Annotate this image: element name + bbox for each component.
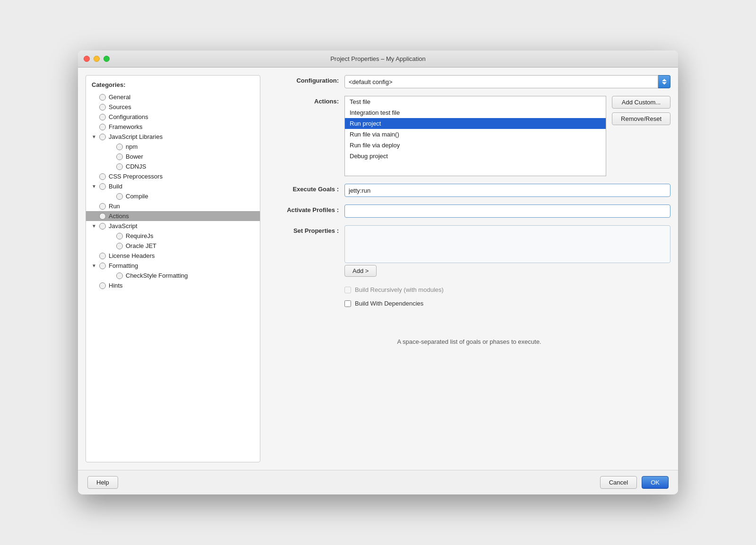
actions-list[interactable]: Test file Integration test file Run proj… bbox=[344, 96, 606, 176]
sidebar-item-configurations[interactable]: Configurations bbox=[86, 112, 260, 122]
set-properties-control: Add > bbox=[344, 225, 670, 277]
sidebar-item-frameworks[interactable]: Frameworks bbox=[86, 122, 260, 132]
sidebar-item-compile[interactable]: Compile bbox=[86, 191, 260, 201]
sidebar-item-build[interactable]: ▼ Build bbox=[86, 181, 260, 191]
configuration-spinner[interactable] bbox=[658, 75, 670, 88]
action-item-run-project[interactable]: Run project bbox=[345, 118, 606, 129]
arrow-javascript: ▼ bbox=[92, 223, 99, 229]
cancel-button[interactable]: Cancel bbox=[600, 476, 637, 489]
execute-goals-row: Execute Goals : bbox=[268, 184, 670, 197]
arrow-hints bbox=[92, 283, 99, 288]
sidebar-item-label-checkstyle: CheckStyle Formatting bbox=[126, 272, 188, 279]
set-properties-row: Set Properties : Add > bbox=[268, 225, 670, 277]
activate-profiles-control bbox=[344, 204, 670, 218]
arrow-js-libs: ▼ bbox=[92, 134, 99, 139]
action-item-run-file-via-deploy[interactable]: Run file via deploy bbox=[345, 140, 606, 151]
add-custom-button[interactable]: Add Custom... bbox=[612, 96, 670, 109]
close-button[interactable] bbox=[84, 56, 90, 62]
window-title: Project Properties – My Application bbox=[330, 55, 426, 62]
bullet-license bbox=[99, 253, 106, 259]
bullet-compile bbox=[116, 193, 123, 200]
main-content: Categories: General Sources Configuratio… bbox=[78, 68, 678, 470]
arrow-requirejs bbox=[109, 233, 116, 238]
bullet-oracle-jet bbox=[116, 243, 123, 249]
sidebar-item-checkstyle[interactable]: CheckStyle Formatting bbox=[86, 271, 260, 281]
sidebar-item-label-license: License Headers bbox=[109, 252, 155, 259]
sidebar-item-css-preprocessors[interactable]: CSS Preprocessors bbox=[86, 171, 260, 181]
sidebar-item-javascript-libraries[interactable]: ▼ JavaScript Libraries bbox=[86, 132, 260, 142]
execute-goals-input[interactable] bbox=[344, 184, 670, 197]
ok-button[interactable]: OK bbox=[642, 476, 669, 489]
build-with-dependencies-row: Build With Dependencies bbox=[344, 300, 670, 307]
bullet-build bbox=[99, 183, 106, 190]
sidebar-item-label-requirejs: RequireJs bbox=[126, 232, 154, 239]
configuration-row: Configuration: <default config> bbox=[268, 75, 670, 88]
arrow-oracle-jet bbox=[109, 243, 116, 248]
bullet-checkstyle bbox=[116, 272, 123, 279]
action-item-integration-test-file[interactable]: Integration test file bbox=[345, 107, 606, 118]
action-item-debug-project[interactable]: Debug project bbox=[345, 151, 606, 162]
right-panel: Configuration: <default config> Actions: bbox=[268, 75, 670, 462]
activate-profiles-input[interactable] bbox=[344, 204, 670, 218]
configuration-select[interactable]: <default config> bbox=[344, 75, 658, 88]
arrow-sources bbox=[92, 104, 99, 110]
bullet-css bbox=[99, 173, 106, 180]
sidebar-item-npm[interactable]: npm bbox=[86, 142, 260, 152]
sidebar-item-label-compile: Compile bbox=[126, 193, 148, 200]
arrow-configurations bbox=[92, 114, 99, 119]
sidebar-item-license-headers[interactable]: License Headers bbox=[86, 251, 260, 261]
bullet-hints bbox=[99, 282, 106, 289]
add-button[interactable]: Add > bbox=[344, 265, 377, 277]
bullet-actions bbox=[99, 213, 106, 220]
build-with-dependencies-checkbox[interactable] bbox=[344, 300, 351, 307]
set-properties-label: Set Properties : bbox=[268, 225, 339, 234]
build-recursively-checkbox[interactable] bbox=[344, 287, 351, 293]
build-recursively-row: Build Recursively (with modules) bbox=[344, 286, 670, 293]
sidebar-item-sources[interactable]: Sources bbox=[86, 102, 260, 112]
maximize-button[interactable] bbox=[103, 56, 110, 62]
sidebar-item-oracle-jet[interactable]: Oracle JET bbox=[86, 241, 260, 251]
sidebar-item-label-hints: Hints bbox=[109, 282, 123, 289]
sidebar-item-label-actions: Actions bbox=[109, 213, 129, 220]
set-properties-wrapper: Add > bbox=[344, 225, 670, 277]
set-properties-textarea[interactable] bbox=[344, 225, 670, 263]
sidebar-item-label-css: CSS Preprocessors bbox=[109, 173, 163, 180]
remove-reset-button[interactable]: Remove/Reset bbox=[612, 112, 670, 125]
configuration-label: Configuration: bbox=[268, 75, 339, 84]
minimize-button[interactable] bbox=[94, 56, 100, 62]
arrow-compile bbox=[109, 194, 116, 199]
bullet-js-libs bbox=[99, 134, 106, 140]
sidebar-item-bower[interactable]: Bower bbox=[86, 152, 260, 162]
footer: Help Cancel OK bbox=[78, 470, 678, 494]
help-button[interactable]: Help bbox=[87, 476, 118, 489]
arrow-frameworks bbox=[92, 124, 99, 129]
build-with-dependencies-label: Build With Dependencies bbox=[355, 300, 423, 307]
execute-goals-control bbox=[344, 184, 670, 197]
sidebar-item-cdnjs[interactable]: CDNJS bbox=[86, 162, 260, 171]
sidebar-item-label-sources: Sources bbox=[109, 103, 131, 111]
action-item-run-file-via-main[interactable]: Run file via main() bbox=[345, 129, 606, 140]
sidebar-item-javascript[interactable]: ▼ JavaScript bbox=[86, 221, 260, 231]
arrow-build: ▼ bbox=[92, 184, 99, 189]
form-section: Configuration: <default config> Actions: bbox=[268, 75, 670, 462]
checkboxes-section: Build Recursively (with modules) Build W… bbox=[344, 286, 670, 310]
sidebar-item-formatting[interactable]: ▼ Formatting bbox=[86, 261, 260, 271]
sidebar-item-label-npm: npm bbox=[126, 143, 137, 150]
spinner-up-icon bbox=[662, 79, 667, 81]
sidebar-item-actions[interactable]: Actions bbox=[86, 211, 260, 221]
arrow-checkstyle bbox=[109, 273, 116, 278]
sidebar-item-general[interactable]: General bbox=[86, 92, 260, 102]
action-item-test-file[interactable]: Test file bbox=[345, 96, 606, 107]
activate-profiles-row: Activate Profiles : bbox=[268, 204, 670, 218]
arrow-npm bbox=[109, 144, 116, 149]
sidebar-item-hints[interactable]: Hints bbox=[86, 281, 260, 290]
actions-control: Test file Integration test file Run proj… bbox=[344, 96, 670, 176]
sidebar-item-label-frameworks: Frameworks bbox=[109, 123, 143, 130]
sidebar-item-requirejs[interactable]: RequireJs bbox=[86, 231, 260, 241]
arrow-bower bbox=[109, 154, 116, 159]
sidebar-item-run[interactable]: Run bbox=[86, 201, 260, 211]
arrow-license bbox=[92, 253, 99, 258]
execute-goals-label: Execute Goals : bbox=[268, 184, 339, 193]
arrow-actions bbox=[92, 213, 99, 219]
sidebar-item-label-cdnjs: CDNJS bbox=[126, 163, 146, 170]
